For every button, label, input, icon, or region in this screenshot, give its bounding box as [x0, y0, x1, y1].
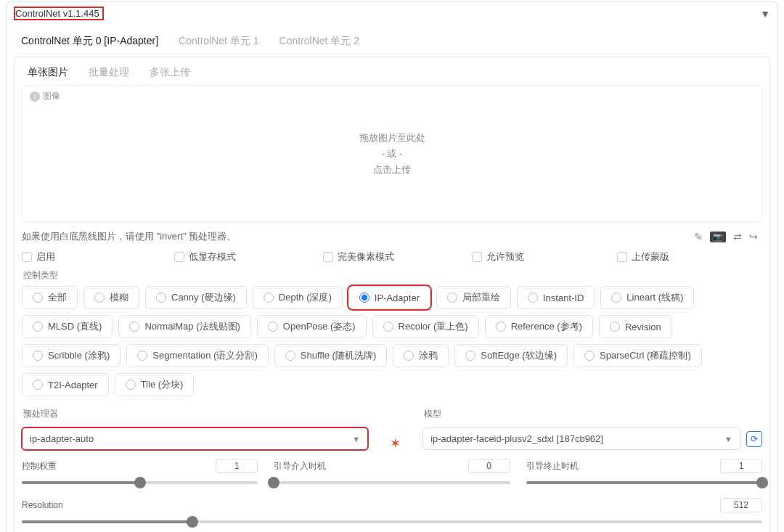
control-type-option[interactable]: 模糊	[83, 286, 139, 309]
control-type-option-label: 局部重绘	[462, 291, 500, 304]
check-pixelperfect[interactable]: 完美像素模式	[323, 250, 472, 263]
control-type-option[interactable]: Revision	[599, 315, 672, 338]
image-drop-zone[interactable]: i 图像 拖放图片至此处 - 或 - 点击上传	[22, 85, 762, 223]
preprocessor-select[interactable]: ip-adapter-auto ▼	[22, 427, 368, 450]
control-type-label: 控制类型	[23, 269, 762, 282]
panel-title: ControlNet v1.1.445	[15, 8, 99, 19]
unit-tab-2[interactable]: ControlNet 单元 2	[278, 30, 361, 52]
unit-tab-0[interactable]: ControlNet 单元 0 [IP-Adapter]	[20, 30, 160, 52]
radio-icon	[156, 292, 166, 303]
slider-start: 引导介入时机 0	[274, 459, 510, 489]
check-enable[interactable]: 启用	[22, 250, 174, 263]
radio-icon	[404, 351, 414, 361]
control-type-option[interactable]: OpenPose (姿态)	[257, 315, 367, 338]
panel-header[interactable]: ControlNet v1.1.445 ▼	[7, 2, 777, 25]
control-type-option[interactable]: NormalMap (法线贴图)	[118, 315, 250, 338]
control-type-option[interactable]: 局部重绘	[436, 286, 511, 309]
control-type-option[interactable]: Segmentation (语义分割)	[126, 344, 269, 367]
arrow-up-icon[interactable]: ↪	[749, 231, 758, 242]
control-type-option[interactable]: T2I-Adapter	[22, 373, 109, 396]
radio-icon	[584, 351, 595, 361]
controlnet-panel: ControlNet v1.1.445 ▼ ControlNet 单元 0 [I…	[6, 1, 778, 532]
sub-tabs: 单张图片 批量处理 多张上传	[22, 63, 762, 82]
control-type-option-label: SoftEdge (软边缘)	[481, 349, 557, 362]
slider-resolution-value[interactable]: 512	[720, 498, 762, 512]
control-type-option[interactable]: 涂鸦	[393, 344, 449, 367]
preprocessor-label: 预处理器	[23, 408, 368, 420]
control-type-option[interactable]: Canny (硬边缘)	[145, 286, 247, 309]
control-type-option-label: Reference (参考)	[511, 320, 582, 333]
options-check-row: 启用 低显存模式 完美像素模式 允许预览 上传蒙版	[22, 250, 762, 263]
radio-icon	[285, 351, 295, 361]
unit-subpanel: 单张图片 批量处理 多张上传 i 图像 拖放图片至此处 - 或 - 点击上传 如…	[14, 57, 770, 532]
radio-icon	[383, 322, 393, 332]
control-type-option-label: Scribble (涂鸦)	[48, 349, 110, 362]
control-type-option[interactable]: Tile (分块)	[115, 373, 195, 396]
unit-tabs: ControlNet 单元 0 [IP-Adapter] ControlNet …	[14, 30, 770, 52]
sub-tab-batch[interactable]: 批量处理	[87, 63, 131, 82]
radio-icon	[33, 380, 43, 390]
slider-resolution-track[interactable]	[22, 515, 762, 528]
preprocessor-value: ip-adapter-auto	[30, 433, 123, 444]
control-type-option-label: Canny (硬边缘)	[171, 291, 236, 304]
control-type-option[interactable]: Scribble (涂鸦)	[22, 344, 121, 367]
control-type-option[interactable]: SparseCtrl (稀疏控制)	[573, 344, 702, 367]
swap-icon[interactable]: ⇄	[733, 231, 742, 242]
refresh-models-button[interactable]: ⟳	[746, 431, 762, 447]
sub-tab-single[interactable]: 单张图片	[26, 63, 70, 82]
control-type-option-label: Instant-ID	[543, 292, 584, 303]
control-type-option[interactable]: Lineart (线稿)	[600, 286, 694, 309]
invert-hint-text: 如果使用白底黑线图片，请使用 "invert" 预处理器。	[22, 230, 236, 243]
control-type-option[interactable]: SoftEdge (软边缘)	[454, 344, 568, 367]
drop-zone-line2: - 或 -	[382, 147, 403, 160]
radio-icon	[359, 292, 369, 303]
control-type-option-label: T2I-Adapter	[48, 380, 98, 390]
collapse-caret-icon[interactable]: ▼	[760, 8, 770, 20]
model-label: 模型	[424, 408, 762, 420]
control-type-option[interactable]: IP-Adapter	[348, 286, 430, 309]
radio-icon	[465, 351, 475, 361]
slider-weight-track[interactable]	[22, 476, 258, 489]
control-type-option[interactable]: Recolor (重上色)	[372, 315, 479, 338]
slider-resolution-label: Resolution	[22, 500, 63, 510]
sub-tab-multi[interactable]: 多张上传	[148, 63, 192, 82]
slider-end: 引导终止时机 1	[526, 459, 762, 489]
control-type-option[interactable]: 全部	[22, 286, 78, 309]
radio-icon	[33, 322, 43, 332]
control-type-option[interactable]: Depth (深度)	[253, 286, 343, 309]
control-type-option[interactable]: MLSD (直线)	[22, 315, 113, 338]
slider-weight-label: 控制权重	[22, 460, 57, 472]
slider-end-track[interactable]	[526, 476, 762, 489]
control-type-option[interactable]: Shuffle (随机洗牌)	[274, 344, 388, 367]
radio-icon	[129, 322, 139, 332]
slider-weight-value[interactable]: 1	[216, 459, 258, 473]
check-preview[interactable]: 允许预览	[472, 250, 617, 263]
control-type-radio-group: 全部模糊Canny (硬边缘)Depth (深度)IP-Adapter局部重绘I…	[22, 286, 762, 396]
control-type-option-label: OpenPose (姿态)	[283, 320, 356, 333]
unit-tab-1[interactable]: ControlNet 单元 1	[177, 30, 260, 52]
toolbar-icon-row: ✎ 📷 ⇄ ↪	[694, 231, 762, 242]
control-type-option-label: Shuffle (随机洗牌)	[301, 349, 377, 362]
radio-icon	[33, 292, 43, 303]
radio-icon	[268, 322, 278, 332]
model-select[interactable]: ip-adapter-faceid-plusv2_sdxl [187cb962]…	[422, 427, 740, 450]
check-lowvram[interactable]: 低显存模式	[174, 250, 323, 263]
radio-icon	[264, 292, 274, 303]
drop-zone-corner-label: i 图像	[30, 90, 60, 102]
camera-icon[interactable]: 📷	[710, 232, 726, 242]
slider-start-track[interactable]	[274, 476, 510, 489]
slider-resolution: Resolution 512	[22, 498, 762, 528]
slider-start-value[interactable]: 0	[468, 459, 510, 473]
check-uploadmask[interactable]: 上传蒙版	[617, 250, 762, 263]
slider-end-value[interactable]: 1	[720, 459, 762, 473]
radio-icon	[496, 322, 506, 332]
radio-icon	[94, 292, 105, 303]
slider-start-label: 引导介入时机	[274, 460, 326, 472]
preprocess-run-icon[interactable]: ✶	[390, 437, 401, 450]
slider-weight: 控制权重 1	[22, 459, 258, 489]
control-type-option[interactable]: Reference (参考)	[485, 315, 593, 338]
control-type-option[interactable]: Instant-ID	[517, 286, 595, 309]
pencil-icon[interactable]: ✎	[694, 231, 703, 242]
slider-end-label: 引导终止时机	[526, 460, 579, 472]
radio-icon	[610, 322, 620, 332]
